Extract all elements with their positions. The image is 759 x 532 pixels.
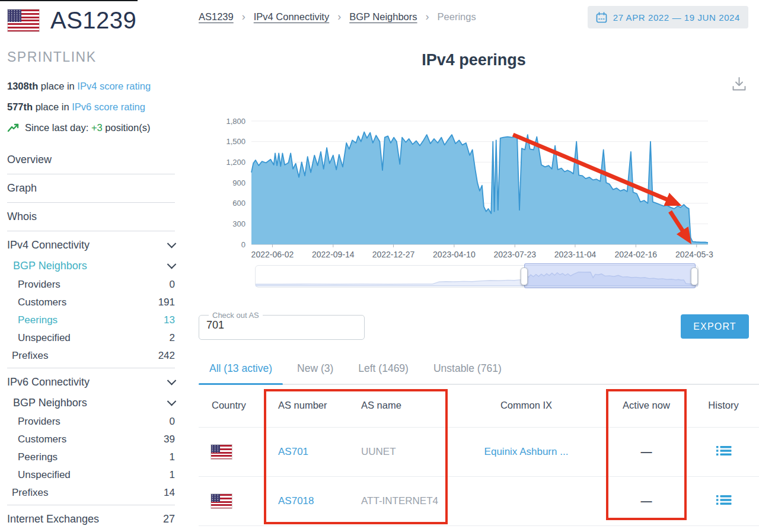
sidebar-item-label: IPv4 Connectivity (7, 239, 90, 251)
sidebar-item-unspecified[interactable]: Unspecified2 (7, 329, 175, 347)
breadcrumb-item-ipv4-connectivity[interactable]: IPv4 Connectivity (254, 11, 329, 23)
sidebar-item-label: Internet Exchanges (7, 513, 99, 525)
sidebar-item-providers[interactable]: Providers0 (7, 276, 175, 294)
ipv4-rank: 1308th (7, 81, 38, 91)
check-out-as-field: Check out AS (199, 311, 365, 340)
ipv6-rank: 577th (7, 101, 33, 112)
header-country: Country (199, 400, 264, 411)
breadcrumb-item-bgp-neighbors[interactable]: BGP Neighbors (349, 11, 417, 23)
sidebar-item-customers[interactable]: Customers191 (7, 294, 175, 311)
header-history: History (688, 400, 759, 411)
download-chart-icon[interactable] (731, 77, 747, 94)
chevron-down-icon (167, 376, 177, 386)
peerings-area-chart: 03006009001,2001,5001,8002022-06-022022-… (212, 114, 713, 263)
us-flag-icon (211, 444, 232, 460)
since-suffix: position(s) (103, 122, 151, 133)
sidebar-item-label: Prefixes (12, 350, 48, 362)
svg-text:1,500: 1,500 (226, 137, 245, 146)
sidebar-item-value: 242 (158, 350, 175, 362)
sidebar-item-label: Whois (7, 211, 37, 223)
table-row: AS7018 ATT-INTERNET4 — (199, 476, 759, 526)
score-ratings: 1308th place in IPv4 score rating 577th … (7, 81, 175, 133)
export-button[interactable]: EXPORT (681, 314, 749, 339)
divider (7, 202, 175, 203)
as-number-link[interactable]: AS7018 (264, 495, 347, 507)
sidebar-item-value: 1 (170, 451, 175, 463)
sidebar-item-unspecified[interactable]: Unspecified1 (7, 466, 175, 484)
breadcrumb-separator: › (337, 11, 341, 23)
header-as-name: AS name (347, 400, 448, 411)
page-title: IPv4 peerings (199, 51, 749, 69)
date-range-picker[interactable]: 27 APR 2022 — 19 JUN 2024 (588, 6, 748, 28)
svg-text:600: 600 (232, 199, 245, 208)
tab-unstable[interactable]: Unstable (761) (423, 358, 512, 384)
sidebar-item-label: BGP Neighbors (13, 260, 87, 272)
sidebar-item-label: Prefixes (12, 487, 48, 499)
check-out-as-input[interactable] (205, 318, 361, 332)
common-ix-link[interactable]: Equinix Ashburn ... (448, 446, 605, 458)
sidebar-item-label: Peerings (18, 314, 58, 326)
as-header: AS1239 (7, 7, 175, 34)
svg-text:2022-09-14: 2022-09-14 (312, 250, 355, 259)
slider-selection-window[interactable] (524, 263, 696, 288)
sidebar-item-value: 0 (170, 279, 175, 291)
rating-text: place in (38, 81, 77, 91)
rating-text: place in (33, 101, 72, 112)
active-now-cell: — (605, 495, 688, 508)
as-name-cell: ATT-INTERNET4 (347, 495, 448, 507)
sidebar-item-value: 191 (158, 297, 175, 308)
since-last-day: Since last day: +3 position(s) (7, 122, 175, 133)
svg-text:2023-07-23: 2023-07-23 (493, 250, 536, 259)
tab-all[interactable]: All (13 active) (199, 358, 283, 384)
sidebar-item-value: 0 (170, 416, 175, 428)
ipv6-score-rating-link[interactable]: IPv6 score rating (72, 101, 145, 112)
history-list-icon[interactable] (716, 445, 732, 457)
sidebar-item-label: IPv6 Connectivity (7, 376, 90, 388)
as-name-cell: UUNET (347, 446, 448, 458)
sidebar-item-value: 1 (170, 469, 175, 481)
sidebar-item-value: 2 (170, 332, 175, 344)
sidebar-item-internet-exchanges[interactable]: Internet Exchanges27 (7, 508, 175, 530)
history-cell[interactable] (688, 445, 759, 460)
time-range-slider[interactable] (255, 265, 699, 288)
tab-left[interactable]: Left (1469) (347, 358, 419, 384)
sidebar-item-ipv4-connectivity[interactable]: IPv4 Connectivity (7, 234, 175, 256)
chevron-down-icon (167, 260, 177, 269)
breadcrumb-item-as1239[interactable]: AS1239 (199, 11, 234, 23)
active-now-cell: — (605, 445, 688, 458)
sidebar-item-ipv6-connectivity[interactable]: IPv6 Connectivity (7, 371, 175, 393)
sidebar-item-prefixes[interactable]: Prefixes14 (7, 484, 175, 502)
svg-text:2023-04-10: 2023-04-10 (433, 250, 476, 259)
history-cell[interactable] (688, 494, 759, 509)
divider (7, 231, 175, 231)
sidebar-item-label: Graph (7, 182, 37, 195)
us-flag-icon (211, 493, 232, 509)
sidebar-item-prefixes[interactable]: Prefixes242 (7, 347, 175, 365)
tab-new[interactable]: New (3) (286, 358, 344, 384)
header-common-ix: Common IX (448, 400, 605, 411)
calendar-icon (596, 12, 607, 23)
svg-text:2024-02-16: 2024-02-16 (615, 250, 658, 259)
sidebar-item-label: Unspecified (18, 332, 71, 344)
history-list-icon[interactable] (716, 494, 732, 506)
sidebar-item-overview[interactable]: Overview (7, 149, 175, 171)
as-number-link[interactable]: AS701 (264, 446, 347, 458)
sidebar-item-label: Providers (18, 416, 60, 428)
sidebar-item-providers[interactable]: Providers0 (7, 413, 175, 431)
svg-text:2022-06-02: 2022-06-02 (251, 250, 294, 259)
sidebar-item-graph[interactable]: Graph (7, 177, 175, 199)
svg-text:2022-12-27: 2022-12-27 (372, 250, 415, 259)
sidebar-item-whois[interactable]: Whois (7, 206, 175, 228)
slider-handle-left[interactable] (521, 267, 528, 285)
sidebar-nav: OverviewGraphWhoisIPv4 ConnectivityBGP N… (7, 149, 175, 532)
slider-handle-right[interactable] (691, 267, 698, 285)
breadcrumb-separator: › (242, 11, 245, 23)
sidebar-item-bgp-neighbors[interactable]: BGP Neighbors (7, 393, 175, 413)
as-number-title: AS1239 (50, 7, 136, 34)
sidebar-item-peerings[interactable]: Peerings13 (7, 311, 175, 329)
sidebar-item-peerings[interactable]: Peerings1 (7, 448, 175, 466)
sidebar-item-customers[interactable]: Customers39 (7, 431, 175, 448)
sidebar-item-bgp-neighbors[interactable]: BGP Neighbors (7, 256, 175, 276)
ipv4-score-rating-link[interactable]: IPv4 score rating (77, 81, 151, 91)
breadcrumb: AS1239›IPv4 Connectivity›BGP Neighbors›P… (199, 11, 476, 23)
